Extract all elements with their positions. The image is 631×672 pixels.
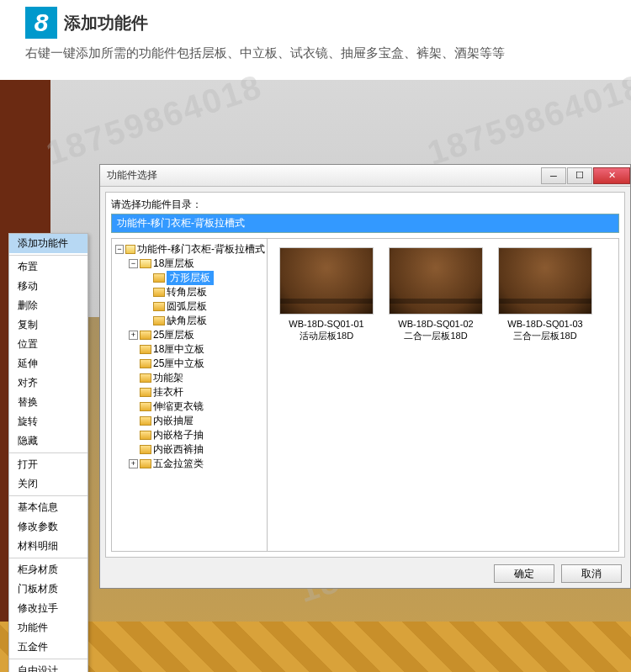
dialog-title: 功能件选择 — [100, 168, 541, 183]
maximize-button[interactable]: ☐ — [567, 167, 592, 184]
context-menu-item[interactable]: 布置 — [9, 257, 87, 277]
thumbnail-name: 三合一层板18D — [495, 330, 596, 341]
tree-item[interactable]: +五金拉篮类 — [129, 457, 265, 471]
folder-icon — [153, 316, 165, 325]
expand-icon[interactable]: + — [129, 331, 138, 340]
tree-item[interactable]: −功能件-移门衣柜-背板拉槽式 — [115, 242, 265, 257]
context-menu-item[interactable]: 五金件 — [9, 638, 87, 657]
tree-pane[interactable]: −功能件-移门衣柜-背板拉槽式−18厘层板方形层板转角层板圆弧层板缺角层板+25… — [112, 239, 268, 551]
folder-icon — [140, 345, 151, 354]
dialog-titlebar[interactable]: 功能件选择 ─ ☐ ✕ — [100, 165, 630, 187]
folder-icon — [153, 288, 165, 297]
context-menu-separator — [9, 452, 87, 453]
context-menu-separator — [9, 659, 87, 659]
context-menu-separator — [9, 558, 87, 558]
thumbnail-item[interactable]: WB-18D-SQ01-02二合一层板18D — [385, 247, 486, 342]
context-menu-item[interactable]: 位置 — [9, 335, 87, 354]
context-menu-item[interactable]: 替换 — [9, 393, 87, 412]
folder-icon — [125, 245, 135, 254]
folder-icon — [153, 273, 165, 283]
step-title: 添加功能件 — [64, 12, 148, 34]
thumbnail-item[interactable]: WB-18D-SQ01-03三合一层板18D — [495, 247, 596, 342]
path-bar[interactable]: 功能件-移门衣柜-背板拉槽式 — [111, 214, 619, 233]
close-button[interactable]: ✕ — [593, 167, 630, 184]
thumbnail-image — [498, 247, 592, 315]
context-menu: 添加功能件布置移动删除复制位置延伸对齐替换旋转隐藏打开关闭基本信息修改参数材料明… — [8, 233, 88, 672]
thumbnail-pane[interactable]: WB-18D-SQ01-01活动层板18DWB-18D-SQ01-02二合一层板… — [268, 239, 618, 551]
cancel-button[interactable]: 取消 — [561, 564, 622, 583]
thumbnail-code: WB-18D-SQ01-02 — [385, 318, 486, 330]
minimize-button[interactable]: ─ — [541, 167, 566, 184]
context-menu-item[interactable]: 材料明细 — [9, 537, 87, 556]
tree-item[interactable]: 内嵌格子抽 — [129, 428, 265, 442]
thumbnail-name: 活动层板18D — [276, 330, 377, 341]
tree-item[interactable]: 内嵌西裤抽 — [129, 442, 265, 457]
tree-item-label: 18厘层板 — [153, 257, 194, 271]
context-menu-item[interactable]: 关闭 — [9, 474, 87, 494]
step-description: 右键一键添加所需的功能件包括层板、中立板、试衣镜、抽屉多宝盒、裤架、酒架等等 — [25, 44, 606, 63]
thumbnail-code: WB-18D-SQ01-03 — [495, 318, 596, 330]
tree-item[interactable]: +25厘层板 — [129, 328, 265, 342]
thumbnail-image — [389, 247, 483, 315]
expand-icon[interactable]: + — [129, 459, 138, 468]
folder-icon — [140, 259, 151, 268]
tree-item-label: 伸缩更衣镜 — [153, 399, 204, 414]
context-menu-item[interactable]: 添加功能件 — [9, 234, 87, 253]
step-number-badge: 8 — [25, 7, 57, 39]
tree-item-label: 五金拉篮类 — [153, 457, 204, 471]
folder-icon — [140, 388, 151, 397]
ok-button[interactable]: 确定 — [494, 564, 554, 583]
component-picker-dialog: 功能件选择 ─ ☐ ✕ 请选择功能件目录： 功能件-移门衣柜-背板拉槽式 −功能… — [99, 164, 631, 589]
tree-item-label: 缺角层板 — [167, 314, 207, 328]
tree-item[interactable]: 方形层板 — [142, 271, 265, 285]
prompt-label: 请选择功能件目录： — [111, 198, 619, 212]
collapse-icon[interactable]: − — [129, 259, 138, 268]
folder-icon — [140, 359, 151, 368]
tree-item[interactable]: −18厘层板 — [129, 257, 265, 271]
folder-icon — [153, 302, 165, 311]
tree-item-label: 内嵌抽屉 — [153, 414, 194, 428]
folder-icon — [140, 416, 151, 426]
context-menu-item[interactable]: 基本信息 — [9, 498, 87, 517]
context-menu-item[interactable]: 移动 — [9, 277, 87, 296]
thumbnail-image — [279, 247, 374, 315]
tree-item-label: 功能件-移门衣柜-背板拉槽式 — [137, 242, 265, 257]
context-menu-item[interactable]: 复制 — [9, 315, 87, 335]
tree-item[interactable]: 内嵌抽屉 — [129, 414, 265, 428]
tree-item-label: 内嵌格子抽 — [153, 428, 204, 442]
instruction-header: 8 添加功能件 右键一键添加所需的功能件包括层板、中立板、试衣镜、抽屉多宝盒、裤… — [0, 0, 631, 71]
context-menu-item[interactable]: 延伸 — [9, 354, 87, 373]
tree-item[interactable]: 25厘中立板 — [129, 357, 265, 371]
context-menu-item[interactable]: 对齐 — [9, 373, 87, 393]
context-menu-separator — [9, 495, 87, 496]
tree-item[interactable]: 挂衣杆 — [129, 385, 265, 399]
folder-icon — [140, 402, 151, 411]
context-menu-item[interactable]: 打开 — [9, 455, 87, 474]
tree-item-label: 挂衣杆 — [153, 385, 183, 399]
tree-item-label: 圆弧层板 — [167, 299, 207, 314]
folder-icon — [140, 373, 151, 383]
tree-item-label: 方形层板 — [167, 271, 214, 285]
thumbnail-code: WB-18D-SQ01-01 — [276, 318, 377, 330]
tree-item[interactable]: 缺角层板 — [142, 314, 265, 328]
thumbnail-item[interactable]: WB-18D-SQ01-01活动层板18D — [276, 247, 377, 342]
tree-item[interactable]: 伸缩更衣镜 — [129, 399, 265, 414]
context-menu-item[interactable]: 修改参数 — [9, 517, 87, 537]
context-menu-item[interactable]: 门板材质 — [9, 579, 87, 599]
tree-item[interactable]: 18厘中立板 — [129, 342, 265, 357]
context-menu-item[interactable]: 隐藏 — [9, 431, 87, 451]
context-menu-item[interactable]: 功能件 — [9, 618, 87, 638]
folder-icon — [140, 431, 151, 440]
folder-icon — [140, 331, 151, 340]
context-menu-item[interactable]: 柜身材质 — [9, 560, 87, 579]
context-menu-item[interactable]: 删除 — [9, 296, 87, 315]
collapse-icon[interactable]: − — [115, 245, 124, 254]
tree-item[interactable]: 功能架 — [129, 371, 265, 385]
context-menu-item[interactable]: 自由设计 — [9, 661, 87, 672]
context-menu-item[interactable]: 旋转 — [9, 412, 87, 431]
tree-item[interactable]: 圆弧层板 — [142, 299, 265, 314]
tree-item-label: 内嵌西裤抽 — [153, 442, 204, 457]
tree-item-label: 25厘中立板 — [153, 357, 204, 371]
tree-item[interactable]: 转角层板 — [142, 285, 265, 299]
context-menu-item[interactable]: 修改拉手 — [9, 599, 87, 618]
